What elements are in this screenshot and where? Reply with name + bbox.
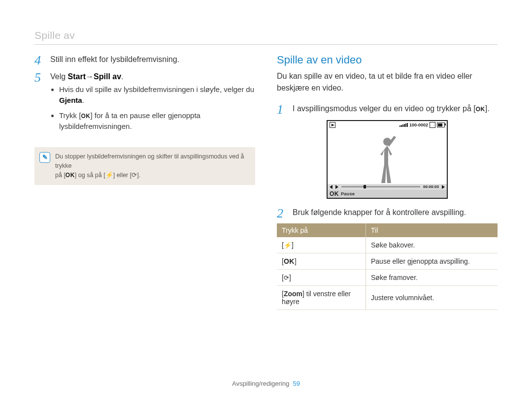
lcd-progress-bar: 00:00:03 — [328, 184, 447, 190]
step-4: 4 Still inn effekt for lysbildefremvisni… — [34, 54, 255, 68]
step-number: 2 — [277, 207, 287, 221]
intro-paragraph: Du kan spille av en video, ta ut et bild… — [277, 70, 498, 94]
step-text: Bruk følgende knapper for å kontrollere … — [293, 207, 498, 221]
controls-table: Trykk på Til [⚡] Søke bakover. [OK] Paus… — [277, 223, 498, 310]
cell-val: Justere volumnivået. — [366, 286, 498, 310]
bold: Spill av — [94, 72, 121, 81]
ok-icon: OK — [476, 105, 485, 114]
timer-icon: ⟳ — [284, 274, 289, 281]
ok-icon: OK — [66, 171, 75, 180]
rewind-icon — [330, 185, 332, 189]
page-number: 59 — [293, 380, 299, 387]
bold: Start — [68, 72, 86, 81]
text: ]. — [485, 104, 490, 113]
text: Velg — [50, 72, 68, 81]
page-footer: Avspilling/redigering 59 — [0, 380, 532, 387]
flash-icon: ⚡ — [105, 171, 113, 179]
th-press: Trykk på — [277, 223, 366, 237]
timer-icon: ⟳ — [132, 171, 137, 179]
page: Spille av 4 Still inn effekt for lysbild… — [0, 0, 532, 401]
text: ]. — [137, 172, 140, 179]
text: . — [82, 96, 84, 104]
ok-icon: OK — [81, 112, 90, 121]
cell-val: Søke framover. — [366, 270, 498, 286]
cell-key: [⚡] — [277, 237, 366, 253]
cell-val: Pause eller gjenoppta avspilling. — [366, 253, 498, 270]
arrow-icon: → — [86, 71, 94, 82]
progress-track — [341, 186, 420, 187]
text: Hvis du vil spille av lysbildefremvisnin… — [59, 85, 254, 93]
lcd-topbar: ▶ 100-0002 — [328, 121, 447, 129]
step-1: 1 I avspillingsmodus velger du en video … — [277, 103, 498, 117]
signal-bars-icon — [399, 123, 408, 127]
table-row: [OK] Pause eller gjenoppta avspilling. — [277, 253, 498, 270]
file-id: 100-0002 — [409, 123, 428, 127]
lcd-status-bar: OK Pause — [328, 190, 447, 198]
chapter-label: Avspilling/redigering — [232, 380, 289, 387]
bold: Zoom — [284, 290, 302, 298]
text: Du stopper lysbildefremvisningen og skif… — [55, 153, 244, 169]
step-number: 5 — [34, 71, 44, 136]
left-column: 4 Still inn effekt for lysbildefremvisni… — [34, 54, 255, 310]
cell-key: [⟳] — [277, 270, 366, 286]
cell-key: [OK] — [277, 253, 366, 270]
step-5: 5 Velg Start → Spill av. Hvis du vil spi… — [34, 71, 255, 136]
ok-icon: OK — [330, 190, 339, 197]
ok-icon: OK — [284, 257, 295, 265]
play-icon — [335, 185, 338, 189]
two-column-layout: 4 Still inn effekt for lysbildefremvisni… — [34, 54, 498, 310]
list-item: Trykk [OK] for å ta en pause eller gjeno… — [59, 110, 255, 132]
table-row: [Zoom] til venstre eller høyre Justere v… — [277, 286, 498, 310]
step-text: I avspillingsmodus velger du en video og… — [293, 103, 498, 117]
card-icon — [430, 122, 435, 128]
note-box: ✎ Du stopper lysbildefremvisningen og sk… — [34, 147, 255, 185]
step-text: Velg Start → Spill av. Hvis du vil spill… — [50, 71, 255, 136]
note-icon: ✎ — [39, 152, 50, 163]
step-number: 4 — [34, 54, 44, 68]
bold: Gjenta — [59, 96, 82, 104]
section-header: Spille av — [34, 30, 498, 41]
table-row: [⟳] Søke framover. — [277, 270, 498, 286]
battery-icon — [437, 123, 445, 127]
bullet-list: Hvis du vil spille av lysbildefremvisnin… — [50, 84, 255, 132]
text: I avspillingsmodus velger du en video og… — [293, 104, 476, 113]
person-silhouette-icon — [372, 135, 402, 184]
table-row: [⚡] Søke bakover. — [277, 237, 498, 253]
right-column: Spille av en video Du kan spille av en v… — [277, 54, 498, 310]
th-to: Til — [366, 223, 498, 237]
text: . — [121, 72, 123, 81]
play-mode-icon: ▶ — [330, 122, 335, 128]
cell-key: [Zoom] til venstre eller høyre — [277, 286, 366, 310]
list-item: Hvis du vil spille av lysbildefremvisnin… — [59, 84, 255, 106]
text: på [ — [55, 172, 66, 179]
lcd-canvas — [328, 129, 447, 184]
step-2: 2 Bruk følgende knapper for å kontroller… — [277, 207, 498, 221]
step-text: Still inn effekt for lysbildefremvisning… — [50, 54, 255, 68]
text: Trykk [ — [59, 111, 81, 120]
step-number: 1 — [277, 103, 287, 117]
subsection-heading: Spille av en video — [277, 54, 498, 66]
status-label: Pause — [341, 191, 355, 196]
header-rule — [34, 44, 498, 45]
forward-icon — [442, 185, 445, 189]
text: ] eller [ — [113, 172, 132, 179]
cell-val: Søke bakover. — [366, 237, 498, 253]
note-text: Du stopper lysbildefremvisningen og skif… — [55, 152, 249, 180]
camera-lcd-mock: ▶ 100-0002 — [327, 120, 448, 199]
text: ] og så på [ — [75, 172, 105, 179]
elapsed-time: 00:00:03 — [423, 185, 439, 189]
flash-icon: ⚡ — [284, 242, 292, 249]
